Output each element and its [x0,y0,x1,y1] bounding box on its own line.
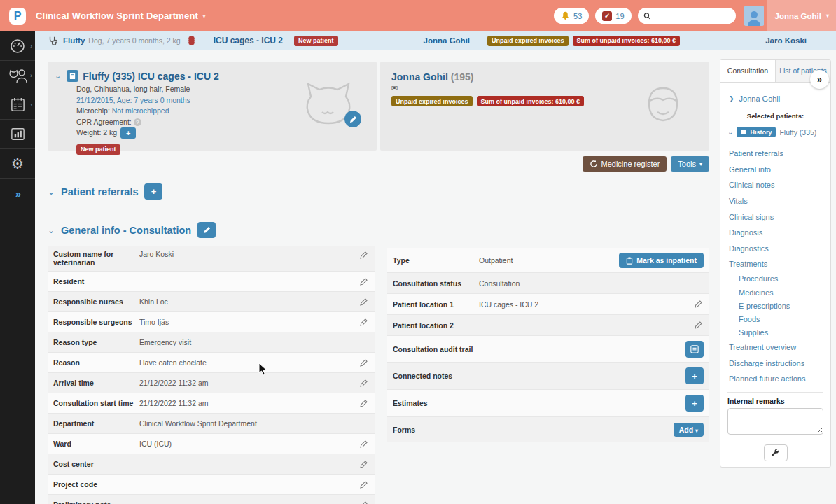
caret-down-icon: ▾ [695,428,698,434]
tasks-count: 19 [615,12,624,20]
edit-icon[interactable] [693,320,704,330]
double-chevron-right-icon: » [15,188,20,200]
nav-treatment-overview[interactable]: Treatment overview [729,340,830,356]
edit-icon[interactable] [693,299,704,309]
edit-icon[interactable] [358,378,369,388]
edit-icon[interactable] [358,398,369,409]
clients-patients-icon [8,68,27,83]
form-row-project-code: Project code [48,475,375,495]
patientbar-patient-desc: Dog, 7 years 0 months, 2 kg [88,36,180,45]
patient-summary-card: ⌄ Fluffy (335) ICU cages - ICU 2 Dog, Ch… [48,62,377,150]
medicine-register-button[interactable]: Medicine register [583,156,667,172]
bell-icon [561,11,570,20]
chevron-right-icon: › [30,72,32,79]
stethoscope-icon [48,36,57,46]
calendar-icon [10,97,26,113]
general-info-left-column: Custom name for veterinarian Jaro Koski … [48,246,375,504]
sidebar-item-calendar[interactable]: › [0,90,35,120]
add-weight-button[interactable]: + [120,127,136,139]
nav-procedures[interactable]: Procedures [739,272,830,286]
edit-icon[interactable] [358,317,369,328]
nav-supplies[interactable]: Supplies [739,326,830,340]
nav-vitals[interactable]: Vitals [729,193,830,209]
department-caret-icon: ▾ [202,13,206,20]
patientbar-location[interactable]: ICU cages - ICU 2 [214,36,283,46]
form-row-resident: Resident [48,272,375,292]
patient-context-bar: Fluffy Dog, 7 years 0 months, 2 kg ICU c… [35,31,836,50]
chevron-down-icon[interactable]: ⌄ [48,187,55,197]
edit-icon[interactable] [358,500,369,504]
panel-collapse-button[interactable]: » [810,70,829,89]
edit-icon[interactable] [358,439,369,449]
patientbar-client-name[interactable]: Jonna Gohil [424,36,470,45]
new-patient-badge: New patient [76,144,120,155]
form-row-patient-location-1: Patient location 1 ICU cages - ICU 2 [387,294,709,315]
nav-diagnostics[interactable]: Diagnostics [729,241,830,257]
client-card-title[interactable]: Jonna Gohil (195) [380,62,709,83]
add-referral-button[interactable]: + [144,183,162,200]
nav-medicines[interactable]: Medicines [739,286,830,299]
nav-foods[interactable]: Foods [739,312,830,326]
edit-general-info-button[interactable] [197,222,216,238]
nav-clinical-signs[interactable]: Clinical signs [729,209,830,225]
nav-treatments[interactable]: Treatments [729,256,830,272]
sidebar-item-clients-patients[interactable]: › [0,61,35,90]
form-row-forms: Forms Add ▾ [387,417,709,442]
nav-discharge-instructions[interactable]: Discharge instructions [729,355,830,371]
nav-general-info[interactable]: General info [729,162,830,178]
gear-icon: ⚙ [11,155,25,172]
edit-icon[interactable] [358,479,369,490]
sidebar-item-dashboard[interactable]: › [0,31,35,61]
sidebar-expand-button[interactable]: » [0,178,35,208]
edit-icon[interactable] [358,358,369,368]
sidebar-item-settings[interactable]: ⚙ [0,149,35,178]
info-icon[interactable]: ? [134,118,141,126]
chevron-down-icon[interactable]: ⌄ [48,225,55,235]
edit-icon[interactable] [358,459,369,470]
edit-icon[interactable] [358,297,369,307]
wrench-icon [771,449,780,458]
edit-patient-button[interactable] [344,111,361,127]
history-button[interactable]: History [737,127,776,137]
patientbar-sum-badge: Sum of unpaid invoices: 610,00 € [573,36,681,46]
selected-patient-name[interactable]: Fluffy (335) [779,128,816,136]
general-info-section: ⌄ General info - Consultation [48,222,216,238]
tasks-button[interactable]: ✓ 19 [595,8,631,24]
tab-consultation[interactable]: Consultation [720,60,776,82]
client-avatar [638,83,688,136]
notifications-button[interactable]: 53 [554,8,589,24]
nav-patient-referrals[interactable]: Patient referrals [729,146,830,162]
patientbar-patient-name[interactable]: Fluffy [63,36,85,45]
sidebar-item-reports[interactable] [0,120,35,149]
patientbar-unpaid-badge: Unpaid expired invoices [487,36,569,46]
patientbar-veterinarian[interactable]: Jaro Koski [765,36,807,45]
user-menu[interactable]: Jonna Gohil ▾ [767,0,836,31]
mark-as-inpatient-button[interactable]: Mark as inpatient [619,253,704,268]
add-connected-note-button[interactable]: + [685,368,704,384]
collapse-chevron-icon[interactable]: ⌄ [55,71,61,80]
chevron-right-icon: ❯ [729,95,734,102]
chevron-down-icon[interactable]: ⌄ [727,128,733,136]
provet-logo[interactable]: P [9,8,26,24]
nav-clinical-notes[interactable]: Clinical notes [729,177,830,193]
nav-e-prescriptions[interactable]: E-prescriptions [739,299,830,312]
clipboard-icon [626,257,633,265]
client-sum-badge: Sum of unpaid invoices: 610,00 € [477,96,585,106]
nav-diagnosis[interactable]: Diagnosis [729,225,830,241]
patient-card-title[interactable]: Fluffy (335) ICU cages - ICU 2 [83,71,219,82]
edit-icon[interactable] [358,250,369,260]
internal-remarks-input[interactable] [727,408,823,435]
audit-trail-button[interactable] [685,341,704,358]
panel-settings-button[interactable] [764,444,788,461]
client-unpaid-badge: Unpaid expired invoices [391,96,473,106]
edit-icon[interactable] [358,276,369,287]
add-estimate-button[interactable]: + [685,395,704,412]
global-search[interactable] [638,8,736,24]
tools-button[interactable]: Tools▾ [671,156,709,172]
nav-planned-future-actions[interactable]: Planned future actions [729,371,830,387]
department-title[interactable]: Clinical Workflow Sprint Department [36,10,198,21]
user-avatar[interactable] [744,6,764,26]
add-form-button[interactable]: Add ▾ [674,423,704,437]
reports-icon [10,126,26,142]
search-input[interactable] [650,12,730,20]
